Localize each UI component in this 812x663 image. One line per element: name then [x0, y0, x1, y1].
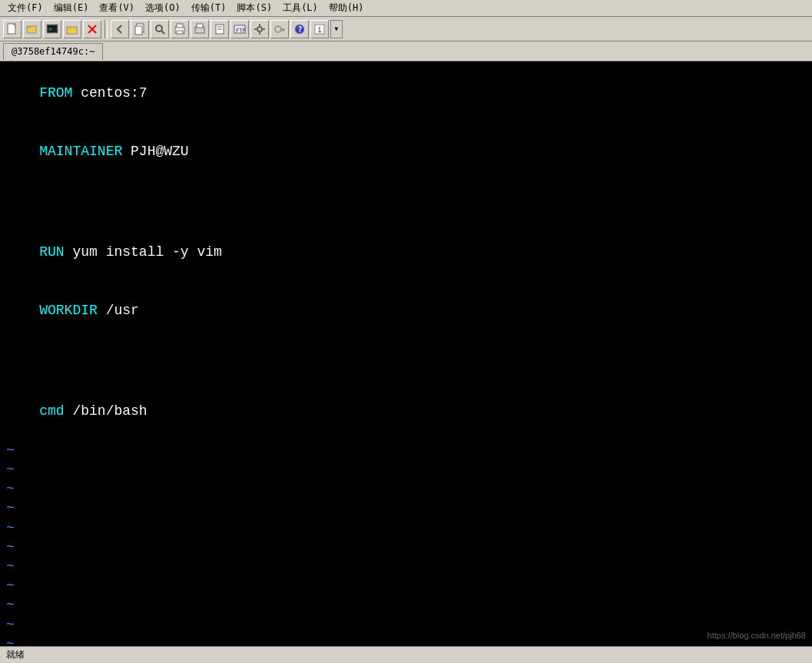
terminal-tab[interactable]: @3758ef14749c:~	[3, 43, 103, 60]
menu-help[interactable]: 帮助(H)	[324, 0, 369, 16]
toolbar-dropdown[interactable]: ▼	[330, 20, 343, 38]
term-tilde-4: ~	[6, 499, 806, 518]
term-line-6: WORKDIR /usr	[6, 282, 806, 340]
keyword-maintainer: MAINTAINER	[39, 144, 122, 159]
tabbar: @3758ef14749c:~	[0, 41, 812, 61]
term-tilde-2: ~	[6, 460, 806, 479]
toolbar-btn-settings[interactable]	[250, 20, 269, 38]
svg-text:i: i	[317, 25, 322, 34]
term-line-4-empty	[6, 202, 806, 224]
term-line-1: FROM centos:7	[6, 65, 806, 123]
toolbar-btn-sftp[interactable]: FTP	[230, 20, 249, 38]
menu-view[interactable]: 查看(V)	[94, 0, 139, 16]
toolbar-btn-back[interactable]	[111, 20, 129, 38]
term-tilde-7: ~	[6, 557, 806, 576]
toolbar-btn-info[interactable]: i	[310, 20, 329, 38]
svg-text:?: ?	[298, 25, 303, 34]
toolbar-btn-open[interactable]	[23, 20, 41, 38]
menu-tools[interactable]: 工具(L)	[278, 0, 323, 16]
term-tilde-8: ~	[6, 576, 806, 595]
term-tilde-1: ~	[6, 441, 806, 460]
svg-text:>_: >_	[48, 26, 56, 33]
watermark: https://blog.csdn.net/pjh68	[708, 631, 806, 640]
toolbar-btn-key[interactable]	[270, 20, 289, 38]
svg-point-23	[257, 27, 262, 31]
run-value: yum install -y vim	[65, 244, 222, 260]
svg-rect-14	[177, 24, 183, 28]
svg-marker-6	[67, 27, 71, 28]
svg-rect-17	[197, 24, 203, 28]
term-line-3-empty	[6, 181, 806, 202]
keyword-run: RUN	[39, 244, 64, 260]
tab-label: @3758ef14749c:~	[12, 46, 94, 57]
svg-point-11	[156, 25, 162, 31]
svg-rect-10	[135, 26, 142, 35]
term-line-7-empty	[6, 340, 806, 361]
svg-text:FTP: FTP	[236, 28, 246, 34]
svg-rect-15	[177, 31, 183, 34]
svg-point-28	[275, 26, 281, 32]
toolbar-btn-new[interactable]	[3, 20, 22, 38]
menubar: 文件(F) 编辑(E) 查看(V) 选项(O) 传输(T) 脚本(S) 工具(L…	[0, 0, 812, 17]
toolbar-btn-copy[interactable]	[131, 20, 149, 38]
keyword-from: FROM	[39, 85, 72, 101]
svg-line-12	[161, 31, 164, 34]
status-text: 就绪	[6, 648, 25, 661]
terminal-area[interactable]: FROM centos:7 MAINTAINER PJH@WZU RUN yum…	[0, 61, 812, 646]
toolbar-btn-help[interactable]: ?	[290, 20, 309, 38]
from-value: centos:7	[72, 85, 147, 101]
toolbar-btn-copy2[interactable]	[210, 20, 229, 38]
toolbar-btn-folder[interactable]	[63, 20, 81, 38]
menu-transfer[interactable]: 传输(T)	[187, 0, 231, 16]
term-tilde-6: ~	[6, 538, 806, 557]
menu-options[interactable]: 选项(O)	[141, 0, 185, 16]
term-tilde-3: ~	[6, 479, 806, 499]
toolbar: >_ FTP ? i ▼	[0, 17, 812, 41]
term-tilde-5: ~	[6, 519, 806, 538]
term-tilde-9: ~	[6, 595, 806, 615]
maintainer-value: PJH@WZU	[122, 144, 188, 159]
menu-file[interactable]: 文件(F)	[3, 0, 48, 16]
menu-script[interactable]: 脚本(S)	[232, 0, 277, 16]
keyword-cmd: cmd	[39, 403, 64, 419]
toolbar-btn-find[interactable]	[151, 20, 169, 38]
term-line-8-empty	[6, 361, 806, 383]
keyword-workdir: WORKDIR	[39, 303, 98, 318]
toolbar-btn-print[interactable]	[171, 20, 189, 38]
menu-edit[interactable]: 编辑(E)	[49, 0, 94, 16]
term-tilde-10: ~	[6, 615, 806, 635]
term-tilde-11: ~	[6, 635, 806, 646]
workdir-value: /usr	[98, 303, 139, 318]
statusbar: 就绪	[0, 646, 812, 663]
term-line-5: RUN yum install -y vim	[6, 224, 806, 282]
toolbar-btn-print2[interactable]	[191, 20, 209, 38]
toolbar-separator-1	[104, 20, 108, 38]
term-line-9: cmd /bin/bash	[6, 383, 806, 441]
toolbar-btn-terminal[interactable]: >_	[43, 20, 61, 38]
term-line-2: MAINTAINER PJH@WZU	[6, 123, 806, 181]
toolbar-btn-close[interactable]	[83, 20, 101, 38]
cmd-value: /bin/bash	[65, 403, 147, 419]
